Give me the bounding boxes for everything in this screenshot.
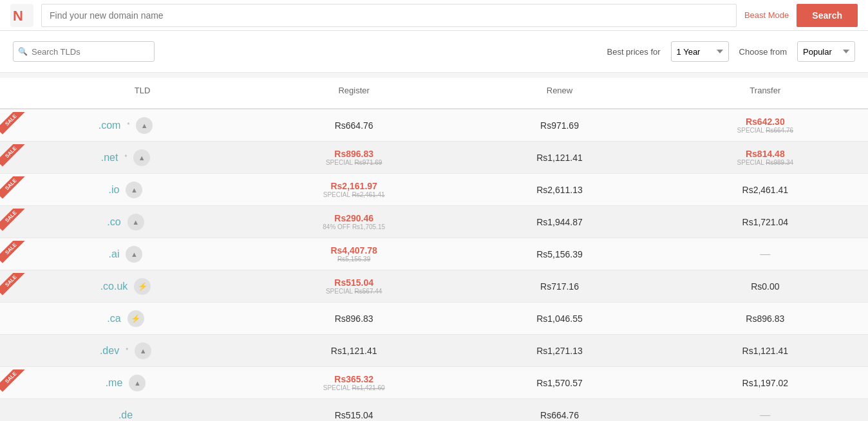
sale-badge [0, 209, 26, 234]
tld-cell: .ai ▲ [0, 241, 251, 268]
sale-badge [0, 112, 26, 138]
tld-name[interactable]: .dev [100, 345, 119, 357]
renew-price-main: Rs1,271.13 [462, 346, 657, 356]
toolbar: 🔍 Best prices for 1 Year 2 Years 5 Years… [0, 31, 868, 73]
shield-icon[interactable]: ▲ [126, 182, 142, 198]
table-row: .ai ▲ Rs4,407.78Rs5,156.39 Rs5,156.39 — [0, 238, 868, 270]
tld-search-wrap: 🔍 [13, 41, 155, 62]
sale-badge [0, 144, 26, 170]
original-price: Rs1,421.60 [352, 384, 384, 391]
lightning-icon[interactable]: ⚡ [127, 310, 144, 327]
renew-price-main: Rs2,611.13 [462, 185, 657, 195]
dash: — [760, 409, 770, 420]
transfer-price-main: Rs896.83 [668, 313, 863, 324]
renew-price-cell: Rs1,271.13 [457, 342, 662, 360]
domain-search-input[interactable] [41, 4, 737, 27]
tld-cell: .co.uk ⚡ [0, 273, 251, 300]
transfer-price-main: Rs814.48 [668, 149, 863, 159]
original-price: Rs2,461.41 [352, 191, 384, 198]
price-main: Rs896.83 [256, 313, 451, 324]
register-price-cell: Rs365.32SPECIAL Rs1,421.60 [251, 370, 457, 395]
tld-name[interactable]: .co.uk [100, 281, 128, 292]
search-button[interactable]: Search [797, 4, 858, 27]
tld-name[interactable]: .me [106, 377, 123, 389]
original-price: Rs5,156.39 [337, 256, 370, 263]
table-row: .de Rs515.04 Rs664.76 — [0, 399, 868, 421]
best-prices-label: Best prices for [607, 47, 660, 57]
renew-price-cell: Rs971.69 [457, 117, 662, 135]
transfer-price-cell: Rs2,461.41 [663, 181, 868, 199]
svg-text:N: N [13, 8, 23, 24]
header: N Beast Mode Search [0, 0, 868, 31]
tld-name[interactable]: .ai [109, 248, 120, 260]
table-row: .dev* ▲ Rs1,121.41 Rs1,271.13 Rs1,121.41 [0, 335, 868, 367]
price-special: SPECIAL Rs2,461.41 [256, 191, 451, 198]
tld-cell: .de [0, 404, 251, 422]
category-select[interactable]: Popular All New Country [797, 41, 855, 62]
transfer-price-cell: Rs896.83 [663, 310, 868, 328]
renew-price-main: Rs971.69 [462, 120, 657, 131]
tld-name[interactable]: .co [107, 216, 120, 228]
table-row: .co ▲ Rs290.4684% OFF Rs1,705.15 Rs1,944… [0, 206, 868, 238]
choose-from-label: Choose from [739, 47, 787, 57]
tld-name[interactable]: .net [101, 152, 118, 164]
renew-price-main: Rs5,156.39 [462, 249, 657, 259]
transfer-price-main: Rs1,197.02 [668, 378, 863, 388]
price-main: Rs1,121.41 [256, 346, 451, 356]
tld-search-input[interactable] [13, 41, 155, 62]
shield-icon[interactable]: ▲ [126, 246, 142, 263]
transfer-price-cell: Rs642.30SPECIAL Rs664.76 [663, 113, 868, 138]
shield-icon[interactable]: ▲ [127, 214, 144, 230]
tld-table: TLD Register Renew Transfer .com* ▲ Rs66… [0, 78, 868, 421]
sale-badge [0, 273, 26, 299]
renew-price-main: Rs1,570.57 [462, 378, 657, 388]
transfer-price-cell: — [663, 245, 868, 264]
transfer-price-cell: Rs814.48SPECIAL Rs989.34 [663, 145, 868, 170]
tld-cell: .me ▲ [0, 370, 251, 397]
tld-name[interactable]: .io [109, 184, 120, 196]
register-price-cell: Rs515.04 [251, 406, 457, 422]
register-price-cell: Rs896.83 [251, 310, 457, 328]
col-renew: Renew [457, 78, 662, 103]
sale-badge [0, 241, 26, 267]
register-price-cell: Rs2,161.97SPECIAL Rs2,461.41 [251, 177, 457, 202]
shield-icon[interactable]: ▲ [133, 149, 150, 166]
price-main: Rs515.04 [256, 410, 451, 420]
sale-badge [0, 370, 26, 395]
table-row: .ca ⚡ Rs896.83 Rs1,046.55 Rs896.83 [0, 303, 868, 335]
table-row: .io ▲ Rs2,161.97SPECIAL Rs2,461.41 Rs2,6… [0, 174, 868, 206]
tld-asterisk: * [127, 122, 129, 129]
price-main: Rs290.46 [256, 213, 451, 223]
register-price-cell: Rs4,407.78Rs5,156.39 [251, 241, 457, 267]
tld-name[interactable]: .com [99, 120, 121, 131]
renew-price-main: Rs1,121.41 [462, 153, 657, 163]
table-headers: TLD Register Renew Transfer [0, 78, 868, 109]
shield-icon[interactable]: ▲ [129, 375, 146, 391]
tld-cell: .co ▲ [0, 209, 251, 236]
year-select[interactable]: 1 Year 2 Years 5 Years [671, 41, 729, 62]
tld-cell: .io ▲ [0, 176, 251, 203]
renew-price-main: Rs1,046.55 [462, 313, 657, 324]
price-special: SPECIAL Rs1,421.60 [256, 384, 451, 391]
col-transfer: Transfer [663, 78, 868, 103]
dash: — [760, 248, 770, 259]
col-register: Register [251, 78, 457, 103]
shield-icon[interactable]: ▲ [136, 117, 153, 134]
price-main: Rs2,161.97 [256, 181, 451, 191]
tld-search-icon: 🔍 [18, 47, 28, 56]
original-price: Rs1,705.15 [352, 223, 385, 230]
register-price-cell: Rs664.76 [251, 117, 457, 135]
transfer-price-cell: Rs1,721.04 [663, 213, 868, 231]
table-row: .me ▲ Rs365.32SPECIAL Rs1,421.60 Rs1,570… [0, 367, 868, 399]
tld-cell: .net* ▲ [0, 144, 251, 171]
original-price: Rs664.76 [766, 127, 793, 134]
shield-icon[interactable]: ▲ [135, 342, 151, 359]
tld-name[interactable]: .de [118, 409, 133, 421]
beast-mode-link[interactable]: Beast Mode [744, 10, 789, 20]
lightning-icon[interactable]: ⚡ [134, 278, 151, 295]
renew-price-cell: Rs717.16 [457, 277, 662, 295]
tld-name[interactable]: .ca [107, 313, 120, 324]
table-row: .co.uk ⚡ Rs515.04SPECIAL Rs567.44 Rs717.… [0, 270, 868, 303]
table-row: .net* ▲ Rs896.83SPECIAL Rs971.69 Rs1,121… [0, 142, 868, 174]
price-main: Rs515.04 [256, 277, 451, 288]
